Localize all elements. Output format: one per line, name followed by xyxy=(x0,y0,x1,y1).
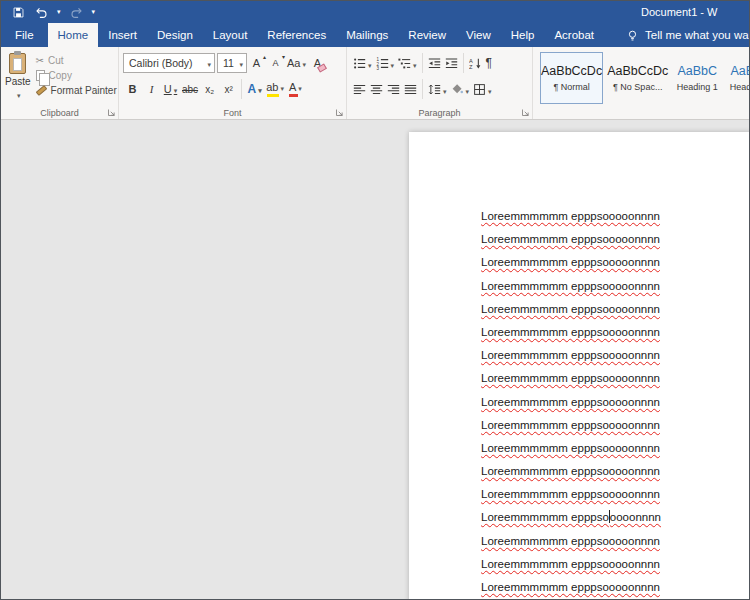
tab-view[interactable]: View xyxy=(456,23,501,47)
copy-button[interactable]: Copy xyxy=(36,70,117,81)
redo-icon xyxy=(70,6,83,19)
line-spacing-button[interactable] xyxy=(426,79,449,100)
clipboard-group-label: Clipboard xyxy=(1,107,118,119)
document-line[interactable]: Loreemmmmmm epppsooooonnnn xyxy=(481,251,749,274)
style-normal[interactable]: AaBbCcDc ¶ Normal xyxy=(540,52,603,104)
tab-design[interactable]: Design xyxy=(147,23,203,47)
style-heading-2[interactable]: AaBbC Heading 2 xyxy=(725,52,749,104)
show-formatting-marks-button[interactable]: ¶ xyxy=(484,53,494,74)
bold-button[interactable]: B xyxy=(123,79,142,100)
shrink-font-button[interactable]: A xyxy=(266,53,285,74)
tell-me-box[interactable]: Tell me what you want to do xyxy=(626,23,750,47)
borders-button[interactable] xyxy=(471,79,494,100)
clear-formatting-button[interactable]: A xyxy=(308,53,327,74)
italic-button[interactable]: I xyxy=(142,79,161,100)
document-page: Loreemmmmmm epppsooooonnnnLoreemmmmmm ep… xyxy=(409,132,749,599)
tab-help[interactable]: Help xyxy=(501,23,545,47)
chevron-down-icon xyxy=(441,80,447,98)
style-heading-1[interactable]: AaBbC Heading 1 xyxy=(672,52,722,104)
save-button[interactable] xyxy=(9,3,28,22)
tab-references[interactable]: References xyxy=(257,23,336,47)
chevron-down-icon xyxy=(300,57,306,69)
undo-button[interactable] xyxy=(32,3,51,22)
align-left-button[interactable] xyxy=(351,79,368,100)
chevron-down-icon xyxy=(256,82,262,96)
customize-quick-access-dropdown[interactable]: ▾ xyxy=(90,8,98,16)
change-case-button[interactable]: Aa xyxy=(285,53,308,74)
lightbulb-icon xyxy=(626,29,639,42)
document-line[interactable]: Loreemmmmmm epppsooooonnnn xyxy=(481,414,749,437)
multilevel-list-button[interactable] xyxy=(396,53,419,74)
paste-button[interactable]: Paste xyxy=(5,49,31,100)
pilcrow-icon: ¶ xyxy=(486,56,492,70)
tab-home[interactable]: Home xyxy=(48,23,99,47)
cut-button[interactable]: ✂ Cut xyxy=(36,55,117,66)
document-line[interactable]: Loreemmmmmm epppsooooonnnn xyxy=(481,576,749,599)
document-line[interactable]: Loreemmmmmm epppsooooonnnn xyxy=(481,530,749,553)
numbered-list-icon xyxy=(376,57,389,70)
chevron-down-icon xyxy=(278,81,284,93)
document-line[interactable]: Loreemmmmmm epppsooooonnnn xyxy=(481,483,749,506)
justify-button[interactable] xyxy=(402,79,419,100)
redo-button[interactable] xyxy=(67,3,86,22)
tab-layout[interactable]: Layout xyxy=(203,23,258,47)
paste-dropdown-icon xyxy=(15,89,21,100)
font-family-select[interactable]: Calibri (Body) xyxy=(123,53,215,73)
tab-review[interactable]: Review xyxy=(398,23,456,47)
strikethrough-button[interactable]: abc xyxy=(180,79,200,100)
align-center-button[interactable] xyxy=(368,79,385,100)
document-line[interactable]: Loreemmmmmm epppsooooonnnn xyxy=(481,205,749,228)
tab-mailings[interactable]: Mailings xyxy=(336,23,398,47)
increase-indent-button[interactable] xyxy=(443,53,460,74)
document-line[interactable]: Loreemmmmmm epppsooooonnnn xyxy=(481,367,749,390)
text-effects-button[interactable]: A xyxy=(245,79,264,100)
font-dialog-launcher[interactable] xyxy=(334,107,345,118)
grow-font-button[interactable]: A xyxy=(247,53,266,74)
format-painter-button[interactable]: Format Painter xyxy=(36,85,117,96)
subscript-button[interactable]: x₂ xyxy=(200,79,219,100)
style-no-spacing[interactable]: AaBbCcDc ¶ No Spac... xyxy=(606,52,669,104)
numbering-button[interactable] xyxy=(374,53,397,74)
highlight-color-button[interactable]: ab xyxy=(264,79,286,100)
dialog-launcher-icon xyxy=(107,108,116,117)
undo-dropdown[interactable]: ▾ xyxy=(55,8,63,16)
superscript-button[interactable]: x² xyxy=(219,79,238,100)
copy-icon xyxy=(36,70,45,81)
document-line[interactable]: Loreemmmmmm epppsooooonnnn xyxy=(481,460,749,483)
document-line[interactable]: Loreemmmmmm epppsooooonnnn xyxy=(481,228,749,251)
document-line[interactable]: Loreemmmmmm epppsooooonnnn xyxy=(481,275,749,298)
save-icon xyxy=(12,6,25,19)
paste-clipboard-icon xyxy=(9,53,26,74)
font-size-select[interactable]: 11 xyxy=(217,53,247,73)
document-line[interactable]: Loreemmmmmm epppsooooonnnn xyxy=(481,553,749,576)
sort-button[interactable] xyxy=(467,53,484,74)
undo-icon xyxy=(35,6,48,19)
tab-acrobat[interactable]: Acrobat xyxy=(544,23,604,47)
dialog-launcher-icon xyxy=(335,108,344,117)
paragraph-group: ¶ Paragraph xyxy=(347,47,533,119)
paragraph-dialog-launcher[interactable] xyxy=(520,107,531,118)
clipboard-dialog-launcher[interactable] xyxy=(106,107,117,118)
chevron-down-icon xyxy=(389,54,395,72)
paragraph-group-label: Paragraph xyxy=(347,107,532,119)
chevron-down-icon xyxy=(366,54,372,72)
borders-icon xyxy=(473,83,486,96)
ribbon: Paste ✂ Cut Copy Format Painter xyxy=(1,47,749,120)
font-color-button[interactable]: A xyxy=(286,79,305,100)
document-line[interactable]: Loreemmmmmm epppsooooonnnn xyxy=(481,506,749,529)
underline-button[interactable]: U xyxy=(161,79,180,100)
tab-file[interactable]: File xyxy=(1,23,48,47)
decrease-indent-button[interactable] xyxy=(426,53,443,74)
divider xyxy=(241,79,242,99)
shading-button[interactable] xyxy=(449,79,472,100)
document-line[interactable]: Loreemmmmmm epppsooooonnnn xyxy=(481,344,749,367)
bullets-button[interactable] xyxy=(351,53,374,74)
chevron-down-icon xyxy=(464,80,470,98)
tab-insert[interactable]: Insert xyxy=(98,23,147,47)
document-line[interactable]: Loreemmmmmm epppsooooonnnn xyxy=(481,437,749,460)
document-line[interactable]: Loreemmmmmm epppsooooonnnn xyxy=(481,298,749,321)
document-line[interactable]: Loreemmmmmm epppsooooonnnn xyxy=(481,321,749,344)
document-line[interactable]: Loreemmmmmm epppsooooonnnn xyxy=(481,391,749,414)
format-painter-icon xyxy=(35,85,47,96)
align-right-button[interactable] xyxy=(385,79,402,100)
